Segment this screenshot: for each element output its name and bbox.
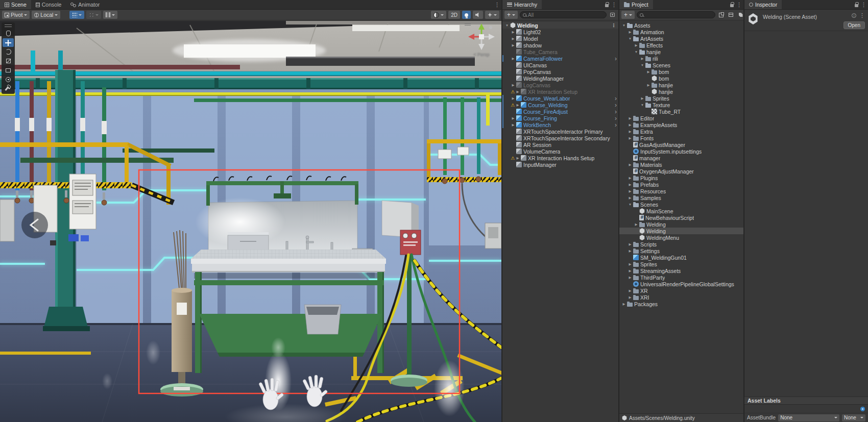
hierarchy-item[interactable]: UICanvas	[502, 62, 618, 68]
project-item[interactable]: MainScene	[619, 208, 743, 214]
assetbundle-variant-dropdown[interactable]: None	[842, 414, 865, 421]
inspector-kebab-icon[interactable]: ⋮	[861, 2, 866, 8]
project-item[interactable]: ▶ExampleAssets	[619, 121, 743, 128]
expander-icon[interactable]: ▶	[511, 83, 516, 87]
project-item[interactable]: ▶Scripts	[619, 241, 743, 247]
expander-icon[interactable]: ▼	[634, 50, 639, 54]
scale-tool-button[interactable]	[3, 57, 14, 65]
hierarchy-item[interactable]: ⚠▶XR Interaction Setup	[502, 88, 618, 95]
hierarchy-item[interactable]: Course_FireAdjust›	[502, 108, 618, 115]
picker-icon[interactable]	[609, 11, 616, 19]
expander-icon[interactable]: ▶	[628, 123, 633, 127]
tab-scene[interactable]: Scene	[0, 0, 31, 9]
expander-icon[interactable]: ▼	[628, 37, 633, 40]
project-item[interactable]: ▶Effects	[619, 42, 743, 48]
project-item[interactable]: ▶StreamingAssets	[619, 267, 743, 274]
project-item[interactable]: WeldingMenu	[619, 234, 743, 241]
expander-icon[interactable]: ▶	[511, 96, 516, 101]
hierarchy-item[interactable]: ▶Course_Firing›	[502, 115, 618, 121]
hierarchy-item[interactable]: ▶Light02	[502, 29, 618, 35]
expander-icon[interactable]: ▶	[646, 70, 651, 74]
gizmo-persp-label[interactable]: < Persp	[464, 52, 499, 57]
prefab-open-arrow[interactable]: ›	[615, 102, 617, 108]
project-item[interactable]: ▼Texture	[619, 102, 743, 108]
project-item[interactable]: ▶Prefabs	[619, 181, 743, 188]
hierarchy-search[interactable]	[520, 11, 607, 18]
expander-icon[interactable]: ▶	[628, 183, 633, 187]
help-icon[interactable]: i	[852, 13, 856, 18]
expander-icon[interactable]: ▶	[628, 276, 633, 280]
tab-console[interactable]: Console	[31, 0, 66, 9]
expander-icon[interactable]: ▶	[628, 130, 633, 134]
expander-icon[interactable]: ▶	[511, 116, 516, 120]
hierarchy-item[interactable]: ▶Course_WearLabor›	[502, 95, 618, 102]
project-item[interactable]: ▶Packages	[619, 301, 743, 307]
tab-animator[interactable]: Animator	[66, 0, 104, 9]
hierarchy-search-input[interactable]	[528, 12, 604, 18]
expander-icon[interactable]: ▶	[628, 196, 633, 200]
expander-icon[interactable]: ▶	[511, 30, 516, 34]
project-item[interactable]: ▶Extra	[619, 128, 743, 135]
project-item[interactable]: ▼Scenes	[619, 201, 743, 208]
expander-icon[interactable]: ▼	[621, 23, 626, 27]
project-item[interactable]: hanjie	[619, 88, 743, 95]
expander-icon[interactable]: ▶	[640, 57, 645, 61]
orientation-gizmo[interactable]: < Persp	[464, 22, 499, 57]
expander-icon[interactable]: ▶	[621, 302, 626, 306]
expander-icon[interactable]: ▶	[511, 57, 516, 61]
grid-axis-button[interactable]	[103, 11, 117, 19]
expander-icon[interactable]: ▶	[628, 136, 633, 140]
project-item[interactable]: ▶hanjie	[619, 82, 743, 88]
package-icon[interactable]	[727, 11, 735, 19]
snap-increment-button[interactable]	[86, 11, 101, 19]
prefab-open-arrow[interactable]: ›	[615, 109, 617, 115]
expander-icon[interactable]: ▶	[628, 289, 633, 293]
project-item[interactable]: ▶bom	[619, 68, 743, 75]
pivot-dropdown[interactable]: Pivot	[2, 11, 30, 19]
expander-icon[interactable]: ▶	[628, 269, 633, 273]
scene-kebab-icon[interactable]: ⋮	[494, 2, 500, 8]
gizmo-drag-handle[interactable]	[465, 23, 471, 26]
project-item[interactable]: ▶Welding	[619, 221, 743, 228]
expander-icon[interactable]: ▶	[628, 295, 633, 300]
hierarchy-add-button[interactable]: +	[504, 11, 518, 19]
scene-back-button[interactable]	[21, 212, 48, 238]
prefab-open-arrow[interactable]: ›	[615, 122, 617, 128]
expander-icon[interactable]: ▶	[515, 90, 520, 94]
custom-tools-button[interactable]	[3, 84, 14, 93]
expander-icon[interactable]: ▶	[628, 189, 633, 193]
project-item[interactable]: OxygenAdjustManager	[619, 168, 743, 175]
hierarchy-item[interactable]: ⚠▶XR Interaction Hands Setup	[502, 155, 618, 161]
project-item[interactable]: ▶XR	[619, 287, 743, 294]
expander-icon[interactable]: ▶	[628, 116, 633, 120]
label-filter-icon[interactable]	[737, 11, 743, 19]
hierarchy-item[interactable]: ▶CameraFollower›	[502, 55, 618, 62]
expander-icon[interactable]: ▶	[628, 176, 633, 180]
tab-project[interactable]: Project	[619, 0, 653, 9]
hand-tool-button[interactable]	[3, 29, 14, 38]
project-item[interactable]: ▶Samples	[619, 194, 743, 201]
hierarchy-item[interactable]: ▼Welding⋮	[502, 22, 618, 29]
project-item[interactable]: ▼hanjie	[619, 48, 743, 55]
shading-mode-dropdown[interactable]	[431, 11, 446, 19]
hierarchy-item[interactable]: ▶shadow	[502, 42, 618, 48]
expander-icon[interactable]: ▶	[634, 222, 639, 227]
project-item[interactable]: ▶Animation	[619, 29, 743, 35]
hierarchy-item[interactable]: XRTouchSpaceInteractor Primary	[502, 128, 618, 135]
hierarchy-item[interactable]: XRTouchSpaceInteractor Secondary	[502, 135, 618, 141]
expander-icon[interactable]: ▶	[511, 43, 516, 47]
project-item[interactable]: ▼Scenes	[619, 62, 743, 68]
project-item[interactable]: bom	[619, 75, 743, 82]
project-item[interactable]: ▼ArtAssets	[619, 35, 743, 42]
expander-icon[interactable]: ▶	[515, 103, 520, 107]
project-item[interactable]: ▶Editor	[619, 115, 743, 121]
transform-tool-button[interactable]	[3, 75, 14, 84]
project-item[interactable]: ▶Materials	[619, 161, 743, 168]
expander-icon[interactable]: ▼	[504, 23, 510, 27]
2d-toggle-button[interactable]: 2D	[448, 11, 460, 19]
gizmo-axes[interactable]	[466, 22, 497, 52]
hierarchy-item[interactable]: AR Session	[502, 141, 618, 148]
expander-icon[interactable]: ▼	[640, 103, 645, 107]
expander-icon[interactable]: ▶	[640, 96, 645, 101]
prefab-open-arrow[interactable]: ›	[615, 56, 617, 62]
